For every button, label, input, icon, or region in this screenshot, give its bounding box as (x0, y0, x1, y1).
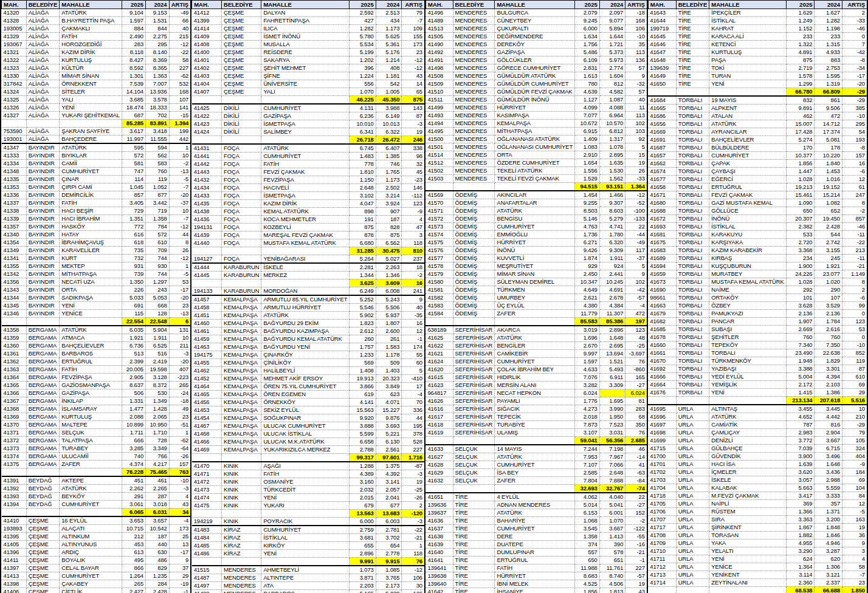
cell-2025[interactable]: 369 (786, 500, 815, 508)
cell-mah-code[interactable]: 41414 (192, 25, 222, 33)
cell-2024[interactable]: 844 (146, 25, 170, 33)
cell-2024[interactable]: 17.374 (815, 128, 842, 136)
cell-belediye[interactable]: TORBALI (676, 183, 709, 191)
cell-mah-code[interactable]: 41505 (425, 33, 453, 41)
cell-artis[interactable]: 5 (402, 367, 425, 375)
cell-2024[interactable]: 2.057 (376, 486, 402, 494)
cell-mah-code[interactable]: 41375 (2, 461, 27, 468)
cell-2025[interactable]: 2.382 (786, 223, 815, 231)
cell-2025[interactable]: 9.104 (122, 9, 145, 17)
cell-mah-code[interactable]: 41665 (648, 105, 676, 112)
cell-mahalle[interactable]: HACI BEŞİR (60, 207, 122, 215)
cell-mahalle[interactable]: MUSTAFA KEMAL ATATÜRK (261, 239, 350, 247)
cell-mah-code[interactable]: 41662 (648, 160, 676, 168)
cell-mahalle[interactable]: İBRAHİMÇAVUŞ (60, 239, 122, 247)
cell-artis[interactable]: 99 (842, 302, 867, 310)
cell-mahalle[interactable]: MUSTAFA KEMAL ATATÜRK (709, 278, 786, 286)
cell-artis[interactable]: 193 (842, 136, 867, 144)
cell-belediye[interactable]: MENDERES (453, 25, 495, 33)
cell-belediye[interactable]: ÖDEMİŞ (453, 310, 495, 318)
cell-2025[interactable]: 4.891 (786, 49, 815, 57)
cell-2024[interactable]: 5.559 (815, 484, 842, 492)
cell-belediye[interactable]: KEMALPAŞA (222, 422, 261, 430)
cell-mah-code[interactable]: 199719 (648, 25, 676, 33)
cell-2024[interactable]: 1.848 (815, 524, 842, 532)
cell-mah-code[interactable]: 41629 (425, 469, 453, 477)
cell-mah-code[interactable]: 41581 (425, 286, 453, 294)
cell-mah-code[interactable]: 964817 (425, 389, 453, 397)
cell-2024[interactable]: 290 (815, 286, 842, 294)
cell-belediye[interactable]: BERGAMA (26, 405, 60, 413)
cell-artis[interactable]: 610 (842, 373, 867, 381)
cell-mahalle[interactable]: RÜSTEM (709, 508, 786, 516)
cell-mah-code[interactable]: 41339 (2, 215, 27, 223)
cell-mah-code[interactable]: 41656 (648, 120, 676, 128)
cell-belediye[interactable]: SEFERİHİSAR (453, 405, 495, 413)
cell-2025[interactable]: 3.363 (786, 516, 815, 524)
cell-belediye[interactable]: SEFERİHİSAR (453, 389, 495, 397)
cell-belediye[interactable]: BERGAMA (26, 453, 60, 461)
cell-2024[interactable]: 284 (146, 580, 170, 588)
cell-mahalle[interactable]: MEKTEP (60, 262, 122, 270)
cell-belediye[interactable]: BAYINDIR (26, 294, 60, 302)
cell-2025[interactable]: 212 (122, 533, 145, 541)
cell-mahalle[interactable]: İSKELE (709, 476, 786, 484)
cell-2025[interactable]: 226 (122, 286, 145, 294)
cell-belediye[interactable]: TORBALI (676, 381, 709, 389)
cell-belediye[interactable]: FOÇA (222, 184, 261, 192)
cell-belediye[interactable]: BAYINDIR (26, 262, 60, 270)
cell-mahalle[interactable]: KIRBAŞ (709, 255, 786, 262)
cell-2024[interactable]: 1.173 (376, 176, 402, 184)
cell-belediye[interactable]: ALİAĞA (26, 57, 60, 64)
cell-belediye[interactable]: ALİAĞA (26, 128, 60, 135)
cell-2024[interactable]: 3.765 (376, 574, 402, 582)
cell-2025[interactable]: 213.134 (786, 397, 815, 405)
cell-mah-code[interactable] (192, 279, 222, 287)
cell-2024[interactable]: 1.020 (815, 278, 842, 286)
cell-2024[interactable]: 3.301 (815, 365, 842, 373)
cell-2024[interactable]: 83.891 (146, 120, 170, 128)
cell-mah-code[interactable]: 41687 (648, 144, 676, 152)
cell-2024[interactable]: 1.082 (815, 199, 842, 207)
cell-mahalle[interactable]: FATİH (261, 470, 350, 478)
cell-2025[interactable]: 10.010 (350, 120, 376, 128)
cell-2024[interactable]: 19.152 (815, 183, 842, 191)
cell-2024[interactable]: 434 (376, 17, 402, 25)
cell-mahalle[interactable]: ARDIÇ (60, 549, 122, 557)
cell-mahalle[interactable]: UMURBEY (495, 294, 575, 302)
cell-2025[interactable]: 4.652 (786, 413, 815, 421)
cell-belediye[interactable]: KEMALPAŞA (222, 312, 261, 320)
cell-mahalle[interactable]: KASIMPAŞA (495, 112, 575, 120)
cell-2025[interactable]: 94.515 (575, 183, 600, 191)
cell-mahalle[interactable] (495, 318, 575, 326)
cell-belediye[interactable]: MENDERES (222, 574, 261, 582)
cell-mah-code[interactable]: 41692 (648, 365, 676, 373)
cell-belediye[interactable]: SEFERİHİSAR (453, 342, 495, 350)
cell-artis[interactable]: 165 (625, 374, 647, 382)
cell-mahalle[interactable]: MİTHATPAŞA (495, 128, 575, 135)
cell-2025[interactable]: 650 (575, 557, 600, 564)
cell-mah-code[interactable]: 41497 (192, 582, 222, 590)
cell-artis[interactable]: 105 (842, 437, 867, 445)
cell-mahalle[interactable]: ŞAKRAN SAYFİYE (60, 128, 122, 135)
cell-artis[interactable]: 79 (402, 9, 425, 17)
cell-2024[interactable] (599, 389, 625, 397)
cell-mah-code[interactable]: 41326 (2, 104, 27, 112)
cell-2024[interactable]: 6.320 (599, 239, 625, 247)
cell-2025[interactable]: 3.290 (786, 547, 815, 555)
cell-artis[interactable]: 1 (169, 262, 191, 270)
cell-2025[interactable]: 581 (122, 160, 145, 168)
cell-mahalle[interactable]: ANAFARTALAR (495, 199, 575, 207)
cell-2025[interactable]: 616 (122, 231, 145, 239)
cell-2024[interactable]: 66.809 (815, 88, 842, 97)
cell-belediye[interactable]: TİRE (453, 533, 495, 541)
cell-2024[interactable]: 6.525 (146, 342, 170, 350)
cell-artis[interactable]: -12 (169, 41, 191, 49)
cell-2025[interactable]: 778 (350, 160, 376, 168)
cell-mahalle[interactable]: ATATÜRK (495, 453, 575, 461)
cell-mahalle[interactable]: HASKÖY (60, 223, 122, 231)
cell-2025[interactable]: 101 (786, 294, 815, 302)
cell-mah-code[interactable]: 41486 (192, 550, 222, 558)
cell-mah-code[interactable]: 41681 (648, 231, 676, 239)
cell-2024[interactable]: 2.896 (599, 326, 625, 334)
